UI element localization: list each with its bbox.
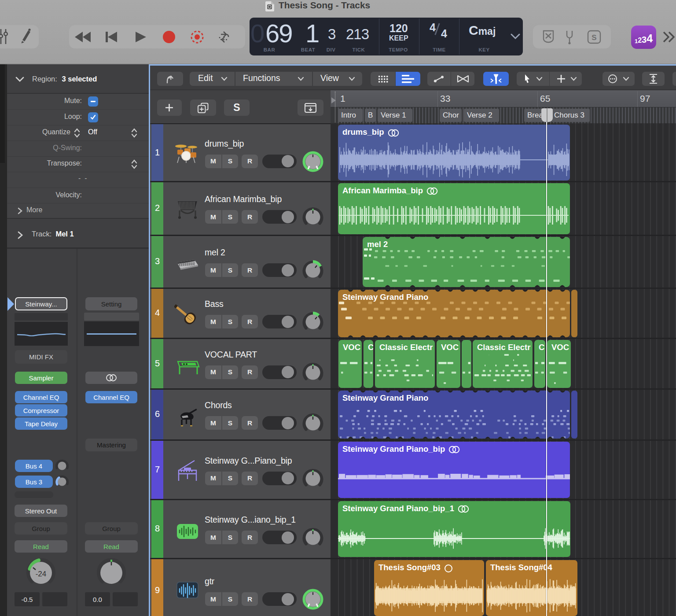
svg-text:S: S (592, 33, 596, 42)
svg-text:-24: -24 (36, 570, 47, 578)
